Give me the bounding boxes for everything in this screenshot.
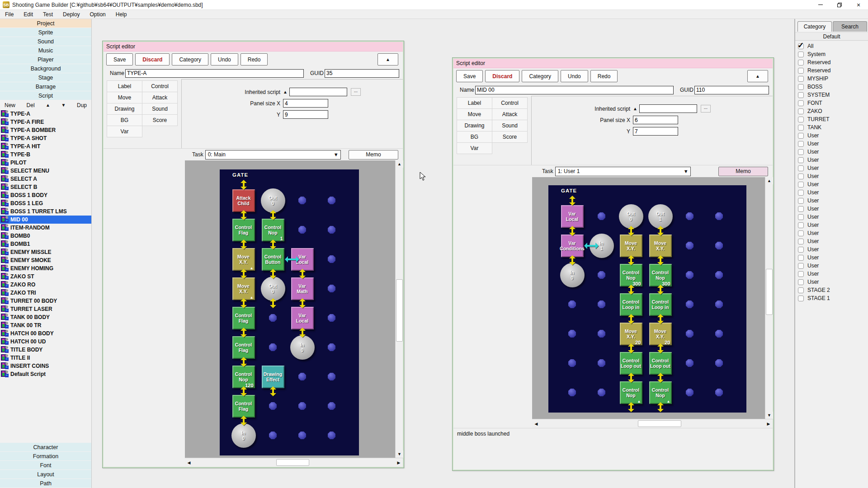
scroll-right-icon[interactable]: ▶ (764, 419, 773, 428)
list-item[interactable]: +PILOT (0, 159, 91, 167)
script-node-move-xy[interactable]: MoveX.Y. (649, 235, 672, 257)
list-item[interactable]: +TYPE-A BOMBER (0, 126, 91, 134)
checkbox[interactable] (798, 125, 804, 131)
list-item[interactable]: +BOMB1 (0, 240, 91, 248)
sidebar-section-font[interactable]: Font (0, 461, 91, 469)
grid-slot-dot[interactable] (715, 330, 723, 338)
guid-input[interactable] (325, 69, 399, 78)
sidebar-section-barrage[interactable]: Barrage (0, 82, 91, 91)
script-node-control-loopin[interactable]: ControlLoop in (649, 293, 672, 316)
inherited-script-input[interactable] (289, 88, 347, 96)
checkbox[interactable] (798, 222, 804, 228)
script-node-move-xy[interactable]: MoveX.Y.▲ (232, 248, 255, 271)
sidebar-section-character[interactable]: Character (0, 443, 91, 451)
checkbox[interactable] (798, 108, 804, 114)
category-button[interactable]: Category (172, 53, 208, 66)
checkbox[interactable] (798, 263, 804, 269)
panel-size-x-input[interactable] (283, 99, 328, 108)
checkbox[interactable] (798, 279, 804, 285)
grid-slot-dot[interactable] (715, 242, 723, 249)
grid-slot-dot[interactable] (598, 212, 605, 220)
list-item[interactable]: +INSERT COINS (0, 362, 91, 370)
script-node-in-0[interactable]: In0 (560, 263, 585, 287)
sidebar-section-path[interactable]: Path (0, 479, 91, 488)
inherited-script-input[interactable] (639, 104, 697, 113)
discard-button[interactable]: Discard (135, 53, 170, 66)
scroll-left-icon[interactable]: ◀ (185, 458, 193, 467)
checkbox[interactable] (798, 165, 804, 171)
script-node-var-math[interactable]: VarMath (291, 277, 314, 300)
palette-label-button[interactable]: Label (457, 97, 492, 109)
script-node-in-0[interactable]: In0 (231, 423, 256, 448)
memo-button[interactable]: Memo (718, 167, 768, 176)
sidebar-section-stage[interactable]: Stage (0, 73, 91, 82)
script-node-control-nop[interactable]: ControlNop300 (620, 264, 642, 286)
checkbox[interactable] (798, 255, 804, 261)
list-item[interactable]: +BOMB0 (0, 232, 91, 240)
menu-item-test[interactable]: Test (38, 10, 58, 19)
restore-icon[interactable] (830, 0, 849, 9)
grid-slot-dot[interactable] (568, 359, 576, 367)
script-node-control-loopout[interactable]: ControlLoop out (649, 352, 672, 375)
sidebar-section-layout[interactable]: Layout (0, 470, 91, 479)
script-node-control-button[interactable]: ControlButton (262, 248, 284, 271)
list-item[interactable]: +ENEMY SMOKE (0, 256, 91, 264)
list-item[interactable]: +TYPE-A (0, 110, 91, 118)
vertical-scroll-thumb[interactable] (766, 269, 773, 315)
checkbox[interactable] (798, 247, 804, 253)
palette-score-button[interactable]: Score (142, 114, 178, 126)
grid-slot-dot[interactable] (598, 271, 605, 279)
palette-attack-button[interactable]: Attack (492, 108, 528, 120)
list-item[interactable]: +TYPE-A FIRE (0, 118, 91, 126)
script-node-control-flag[interactable]: ControlFlag (232, 336, 255, 359)
menu-item-deploy[interactable]: Deploy (58, 10, 85, 19)
grid-slot-dot[interactable] (715, 389, 723, 396)
grid-slot-dot[interactable] (686, 359, 693, 367)
grid-slot-dot[interactable] (715, 271, 723, 279)
list-item[interactable]: +HATCH 00 BODY (0, 329, 91, 338)
grid-slot-dot[interactable] (598, 389, 605, 396)
guid-input[interactable] (694, 86, 769, 94)
list-item[interactable]: +ENEMY HOMING (0, 264, 91, 272)
sidebar-section-sprite[interactable]: Sprite (0, 28, 91, 37)
script-node-move-xy[interactable]: MoveX.Y. (620, 235, 642, 257)
grid-slot-dot[interactable] (686, 330, 693, 338)
script-node-control-nop[interactable]: ControlNop1 (262, 219, 284, 241)
checkbox[interactable] (798, 296, 804, 301)
checkbox[interactable] (798, 60, 804, 66)
script-node-control-nop[interactable]: ControlNop300 (649, 264, 672, 286)
list-item[interactable]: +TURRET 00 BODY (0, 297, 91, 305)
new-button[interactable]: New (3, 102, 17, 108)
palette-move-button[interactable]: Move (457, 108, 492, 120)
list-item[interactable]: +HATCH 00 UD (0, 338, 91, 346)
menu-item-file[interactable]: File (0, 10, 19, 19)
tab-category[interactable]: Category (797, 21, 832, 32)
checkbox[interactable] (798, 92, 804, 98)
script-node-control-flag[interactable]: ControlFlag (232, 307, 255, 329)
script-node-control-nop[interactable]: ControlNop▲ (620, 381, 642, 404)
list-item[interactable]: +SELECT MENU (0, 167, 91, 175)
palette-attack-button[interactable]: Attack (142, 92, 178, 103)
palette-bg-button[interactable]: BG (107, 114, 142, 126)
sidebar-section-sound[interactable]: Sound (0, 37, 91, 46)
grid-slot-dot[interactable] (598, 300, 605, 308)
script-node-var-local[interactable]: VarLocal (291, 307, 314, 329)
grid-slot-dot[interactable] (328, 197, 335, 204)
palette-drawing-button[interactable]: Drawing (457, 120, 492, 131)
vertical-scrollbar[interactable]: ▲ ▼ (765, 177, 773, 419)
list-item[interactable]: +TANK 00 BODY (0, 313, 91, 321)
palette-control-button[interactable]: Control (142, 80, 178, 92)
list-item[interactable]: +ENEMY MISSLE (0, 248, 91, 256)
grid-slot-dot[interactable] (328, 402, 335, 410)
grid-slot-dot[interactable] (686, 242, 693, 249)
palette-sound-button[interactable]: Sound (492, 120, 528, 131)
move-up-icon[interactable]: ▲ (44, 103, 52, 108)
palette-label-button[interactable]: Label (107, 80, 142, 92)
grid-slot-dot[interactable] (328, 343, 335, 351)
grid-slot-dot[interactable] (686, 212, 693, 220)
grid-slot-dot[interactable] (715, 300, 723, 308)
palette-control-button[interactable]: Control (492, 97, 528, 109)
checkbox[interactable] (798, 117, 804, 122)
save-button[interactable]: Save (106, 53, 133, 66)
horizontal-scrollbar[interactable]: ◀ ▶ (185, 458, 403, 467)
